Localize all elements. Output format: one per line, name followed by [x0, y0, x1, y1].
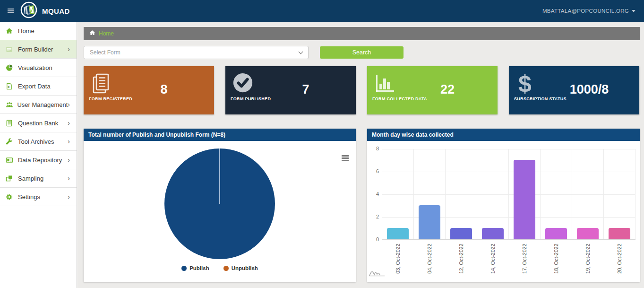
pie-chart-panel: Total number of Publish and Unpublish Fo… [84, 129, 356, 282]
legend-item-publish[interactable]: Publish [181, 265, 209, 271]
x-tick-label: 03, Oct-2022 [382, 240, 413, 280]
sidebar-item-label: User Management [17, 101, 68, 108]
stat-card-subscription-status[interactable]: $1000/8SUBSCRIPTION STATUS [509, 66, 639, 114]
form-builder-icon [6, 46, 14, 53]
x-tick-label: 19, Oct-2022 [572, 240, 604, 280]
y-tick-label: 4 [376, 191, 379, 197]
x-tick-label: 04, Oct-2022 [413, 240, 445, 280]
sidebar-item-label: Settings [18, 193, 68, 201]
breadcrumb-label[interactable]: Home [99, 30, 114, 37]
stat-card-form-collected-data[interactable]: 22FORM COLLECTED DATA [367, 66, 498, 114]
sidebar-item-form-builder[interactable]: Form Builder› [0, 40, 77, 59]
legend-label: Unpublish [232, 265, 258, 271]
sidebar-item-data-repository[interactable]: Data Repository› [0, 151, 77, 169]
stat-card-form-published[interactable]: 7FORM PUBLISHED [225, 66, 356, 114]
form-select-placeholder: Select Form [90, 49, 120, 56]
sidebar-item-user-management[interactable]: User Management› [0, 96, 77, 114]
bar-04-oct-2022[interactable] [419, 205, 440, 239]
stat-card-label: FORM REGISTERED [89, 96, 132, 101]
gear-icon [6, 193, 14, 201]
sidebar-item-label: Sampling [18, 175, 68, 182]
home-icon [89, 29, 95, 38]
user-email: MBATTALA@POPCOUNCIL.ORG [542, 8, 629, 14]
dollar-icon: $ [515, 72, 546, 109]
sidebar: HomeForm Builder›VisualizationxExport Da… [0, 22, 77, 288]
wrench-icon [6, 138, 14, 145]
x-tick-label: 20, Oct-2022 [604, 240, 635, 280]
users-icon [6, 101, 13, 108]
bar-panel-title: Month day wise data collected [367, 129, 640, 141]
sidebar-item-label: Tool Archives [18, 138, 68, 145]
bar-18-oct-2022[interactable] [545, 228, 567, 239]
sidebar-item-sampling[interactable]: Sampling› [0, 169, 77, 188]
export-file-icon: x [6, 83, 14, 90]
sidebar-item-home[interactable]: Home [0, 22, 77, 40]
breadcrumb: Home [84, 27, 640, 40]
sidebar-item-label: Visualization [18, 64, 72, 71]
pie-legend: PublishUnpublish [84, 265, 356, 271]
pie-chart[interactable] [164, 148, 275, 259]
bar-12-oct-2022[interactable] [450, 228, 472, 239]
x-tick-label: 14, Oct-2022 [477, 240, 508, 280]
top-navbar: MQUAD MBATTALA@POPCOUNCIL.ORG [0, 0, 644, 22]
y-axis: 02468 [369, 149, 382, 240]
x-tick-label: 17, Oct-2022 [509, 240, 541, 280]
chevron-down-icon [299, 49, 303, 54]
x-axis-labels: 03, Oct-202204, Oct-202212, Oct-202214, … [382, 240, 635, 280]
stat-card-label: FORM COLLECTED DATA [372, 96, 427, 101]
stat-card-form-registered[interactable]: 8FORM REGISTERED [84, 66, 214, 114]
sidebar-item-label: Data Repository [18, 157, 68, 164]
bar-category [572, 149, 604, 239]
chevron-right-icon: › [68, 157, 72, 163]
sidebar-item-question-bank[interactable]: Question Bank› [0, 114, 77, 132]
sidebar-item-label: Form Builder [18, 46, 68, 53]
pie-chart-icon [6, 64, 14, 71]
bar-19-oct-2022[interactable] [577, 228, 599, 239]
bar-category [477, 149, 509, 239]
stat-card-label: FORM PUBLISHED [231, 96, 271, 101]
bar-category [382, 149, 414, 239]
legend-item-unpublish[interactable]: Unpublish [223, 265, 258, 271]
x-tick-label: 18, Oct-2022 [541, 240, 572, 280]
chevron-right-icon: › [68, 46, 72, 52]
legend-dot [181, 266, 187, 271]
stat-card-label: SUBSCRIPTION STATUS [514, 96, 567, 101]
bar-17-oct-2022[interactable] [514, 160, 535, 239]
y-tick-label: 2 [376, 214, 379, 219]
form-select[interactable]: Select Form [84, 46, 309, 59]
stat-card-value: 7 [262, 82, 349, 109]
wave-icon [369, 270, 385, 279]
sidebar-item-label: Question Bank [18, 120, 68, 127]
sidebar-item-export-data[interactable]: xExport Data [0, 77, 77, 96]
bar-chart-icon [374, 72, 404, 109]
mquad-logo [20, 1, 37, 20]
y-tick-label: 0 [376, 236, 379, 242]
home-icon [6, 27, 14, 35]
bar-category [446, 149, 477, 239]
sidebar-item-settings[interactable]: Settings› [0, 188, 77, 206]
y-tick-label: 6 [376, 168, 379, 174]
chart-context-menu-icon[interactable] [340, 154, 350, 163]
bar-chart-panel: Month day wise data collected 02468 03, … [367, 129, 640, 282]
document-icon [6, 120, 14, 127]
sidebar-item-tool-archives[interactable]: Tool Archives› [0, 132, 77, 151]
legend-dot [223, 266, 229, 271]
newspaper-icon [6, 157, 14, 164]
bar-14-oct-2022[interactable] [482, 228, 504, 239]
user-account-menu[interactable]: MBATTALA@POPCOUNCIL.ORG [542, 8, 635, 14]
legend-label: Publish [189, 265, 209, 271]
main-content: Home Select Form Search 8FORM REGISTERED… [77, 22, 644, 288]
bar-plot-area [382, 149, 635, 240]
check-circle-icon [232, 72, 262, 109]
stat-card-value: 22 [404, 82, 491, 109]
svg-text:x: x [8, 85, 9, 88]
sidebar-item-visualization[interactable]: Visualization [0, 59, 77, 77]
chevron-right-icon: › [68, 101, 72, 108]
chevron-right-icon: › [68, 120, 72, 126]
stat-card-value: 1000/8 [546, 82, 633, 109]
bar-03-oct-2022[interactable] [387, 228, 409, 239]
bar-20-oct-2022[interactable] [609, 228, 630, 239]
menu-toggle-icon[interactable] [6, 7, 16, 15]
search-button[interactable]: Search [320, 46, 404, 59]
caret-down-icon [632, 10, 635, 12]
